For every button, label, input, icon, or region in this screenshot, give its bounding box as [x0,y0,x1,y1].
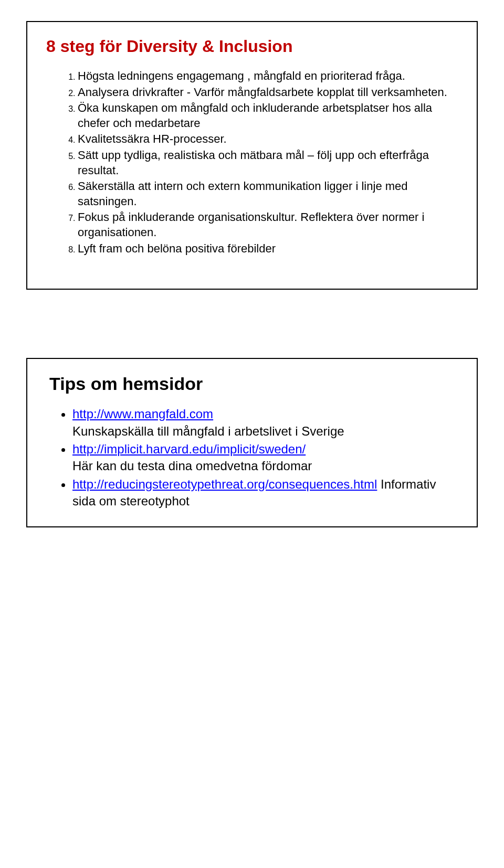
slide-2-list: http://www.mangfald.com Kunskapskälla ti… [46,406,458,510]
link-description: Kunskapskälla till mångfald i arbetslive… [72,424,344,438]
slide-1-list: Högsta ledningens engagemang , mångfald … [46,69,458,256]
link-description: Här kan du testa dina omedvetna fördomar [72,459,312,473]
list-item-text: Säkerställa att intern och extern kommun… [78,179,408,208]
list-item-text: Lyft fram och belöna positiva förebilder [78,242,276,255]
list-item-text: Öka kunskapen om mångfald och inkluderan… [78,101,432,130]
list-item-text: Fokus på inkluderande organisationskultu… [78,210,424,239]
link-url-text: http://reducingstereotypethreat.org/cons… [72,477,377,491]
list-item-text: Analysera drivkrafter - Varför mångfalds… [78,86,447,99]
list-item-text: Sätt upp tydliga, realistiska och mätbar… [78,149,429,177]
list-item: Fokus på inkluderande organisationskultu… [78,210,458,240]
list-item: http://implicit.harvard.edu/implicit/swe… [72,441,458,475]
list-item: http://reducingstereotypethreat.org/cons… [72,476,458,510]
slide-1-title: 8 steg för Diversity & Inclusion [46,37,458,56]
link-reducing-stereotype-threat[interactable]: http://reducingstereotypethreat.org/cons… [72,477,377,491]
list-item-text: Kvalitetssäkra HR-processer. [78,132,227,145]
slide-1-frame: 8 steg för Diversity & Inclusion Högsta … [26,21,478,290]
slide-2-title: Tips om hemsidor [49,374,458,394]
list-item: Analysera drivkrafter - Varför mångfalds… [78,85,458,100]
list-item: Öka kunskapen om mångfald och inkluderan… [78,101,458,131]
slide-2-frame: Tips om hemsidor http://www.mangfald.com… [26,358,478,527]
list-item: http://www.mangfald.com Kunskapskälla ti… [72,406,458,440]
list-item: Sätt upp tydliga, realistiska och mätbar… [78,148,458,178]
list-item: Kvalitetssäkra HR-processer. [78,132,458,147]
link-implicit-harvard[interactable]: http://implicit.harvard.edu/implicit/swe… [72,442,306,456]
list-item: Säkerställa att intern och extern kommun… [78,179,458,209]
list-item: Högsta ledningens engagemang , mångfald … [78,69,458,84]
list-item: Lyft fram och belöna positiva förebilder [78,241,458,257]
link-mangfald[interactable]: http://www.mangfald.com [72,407,213,421]
list-item-text: Högsta ledningens engagemang , mångfald … [78,69,405,82]
